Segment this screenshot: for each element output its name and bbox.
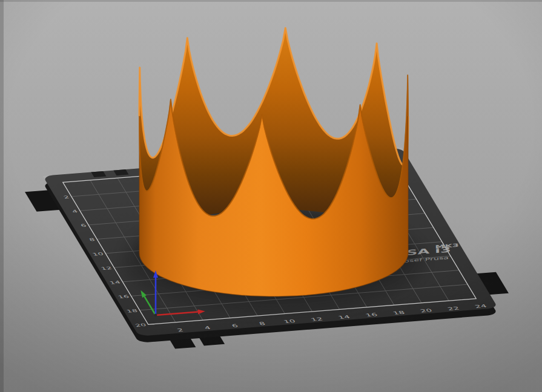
viewport-canvas[interactable]: 246810121416182022242468101214161820 PRU… (0, 0, 542, 392)
window-edge-left (0, 0, 4, 392)
slicer-3d-viewport[interactable]: 246810121416182022242468101214161820 PRU… (0, 0, 542, 392)
vignette-overlay (0, 0, 542, 392)
window-edge-top (0, 0, 542, 2)
